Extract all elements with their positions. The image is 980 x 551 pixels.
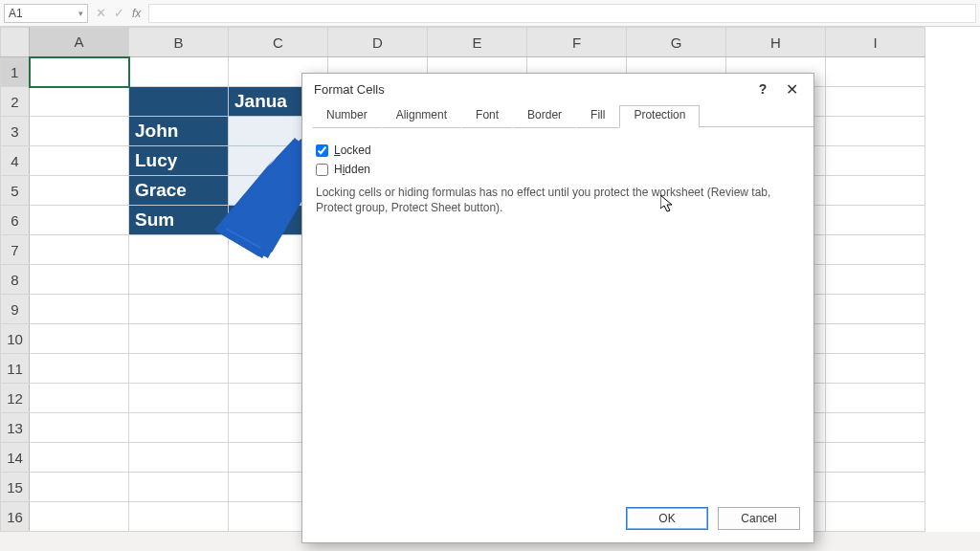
row-header-7[interactable]: 7 <box>1 235 30 265</box>
cell-B4[interactable]: Lucy <box>129 146 229 176</box>
cell-B2[interactable] <box>129 87 229 117</box>
row-header-11[interactable]: 11 <box>1 354 30 384</box>
cell-B12[interactable] <box>129 384 229 413</box>
tab-number[interactable]: Number <box>312 105 382 128</box>
cell-I3[interactable] <box>826 117 925 146</box>
locked-row: Locked <box>316 141 800 160</box>
cell-I6[interactable] <box>826 206 925 235</box>
row-header-3[interactable]: 3 <box>1 117 30 146</box>
cell-B3[interactable]: John <box>129 117 229 146</box>
row-header-10[interactable]: 10 <box>1 324 30 354</box>
locked-checkbox[interactable] <box>316 144 328 157</box>
cell-B7[interactable] <box>129 235 229 265</box>
row-header-16[interactable]: 16 <box>1 502 30 532</box>
col-header-G[interactable]: G <box>627 28 726 57</box>
cell-I10[interactable] <box>826 324 925 354</box>
cell-I1[interactable] <box>826 57 925 87</box>
cell-I7[interactable] <box>826 235 925 265</box>
cell-A3[interactable] <box>30 117 129 146</box>
cell-A1[interactable] <box>30 57 129 87</box>
col-header-I[interactable]: I <box>826 28 925 57</box>
close-button[interactable]: ✕ <box>777 76 806 102</box>
cell-B8[interactable] <box>129 265 229 295</box>
dialog-titlebar[interactable]: Format Cells ? ✕ <box>302 74 813 104</box>
cell-B13[interactable] <box>129 413 229 443</box>
cell-A10[interactable] <box>30 324 129 354</box>
cell-I8[interactable] <box>826 265 925 295</box>
dialog-body: Locked Hidden Locking cells or hiding fo… <box>302 127 813 495</box>
cell-I13[interactable] <box>826 413 925 443</box>
col-header-F[interactable]: F <box>527 28 627 57</box>
cell-A16[interactable] <box>30 502 129 532</box>
row-header-4[interactable]: 4 <box>1 146 30 176</box>
tab-protection[interactable]: Protection <box>619 105 700 128</box>
tab-font[interactable]: Font <box>461 105 513 128</box>
cell-I2[interactable] <box>826 87 925 117</box>
formula-bar[interactable] <box>148 4 976 23</box>
col-header-B[interactable]: B <box>129 28 229 57</box>
hidden-label[interactable]: Hidden <box>334 163 370 176</box>
tab-alignment[interactable]: Alignment <box>382 105 461 128</box>
cell-A6[interactable] <box>30 206 129 235</box>
cell-A8[interactable] <box>30 265 129 295</box>
col-header-A[interactable]: A <box>30 28 129 57</box>
cell-I12[interactable] <box>826 384 925 413</box>
row-header-12[interactable]: 12 <box>1 384 30 413</box>
cell-B10[interactable] <box>129 324 229 354</box>
row-header-6[interactable]: 6 <box>1 206 30 235</box>
ok-button[interactable]: OK <box>626 507 708 530</box>
cell-I9[interactable] <box>826 295 925 324</box>
col-header-E[interactable]: E <box>428 28 527 57</box>
cell-I15[interactable] <box>826 473 925 502</box>
col-header-H[interactable]: H <box>726 28 826 57</box>
select-all-corner[interactable] <box>1 28 30 57</box>
cell-A9[interactable] <box>30 295 129 324</box>
cell-I5[interactable] <box>826 176 925 206</box>
cell-I4[interactable] <box>826 146 925 176</box>
cell-A7[interactable] <box>30 235 129 265</box>
cell-A4[interactable] <box>30 146 129 176</box>
cell-B5[interactable]: Grace <box>129 176 229 206</box>
row-header-8[interactable]: 8 <box>1 265 30 295</box>
tab-filler <box>700 104 813 127</box>
cell-B1[interactable] <box>129 57 229 87</box>
cell-I11[interactable] <box>826 354 925 384</box>
cell-B6[interactable]: Sum <box>129 206 229 235</box>
fx-icon[interactable]: fx <box>132 7 141 20</box>
cell-B14[interactable] <box>129 443 229 473</box>
cell-A15[interactable] <box>30 473 129 502</box>
row-header-2[interactable]: 2 <box>1 87 30 117</box>
cell-B15[interactable] <box>129 473 229 502</box>
cell-B9[interactable] <box>129 295 229 324</box>
row-header-14[interactable]: 14 <box>1 443 30 473</box>
row-header-15[interactable]: 15 <box>1 473 30 502</box>
row-header-13[interactable]: 13 <box>1 413 30 443</box>
cancel-button[interactable]: Cancel <box>718 507 800 530</box>
name-box[interactable]: A1 <box>4 4 88 23</box>
cell-B16[interactable] <box>129 502 229 532</box>
cell-I14[interactable] <box>826 443 925 473</box>
protection-hint: Locking cells or hiding formulas has no … <box>316 185 794 215</box>
col-header-D[interactable]: D <box>328 28 428 57</box>
cell-A12[interactable] <box>30 384 129 413</box>
dialog-title: Format Cells <box>314 82 748 97</box>
tab-fill[interactable]: Fill <box>576 105 619 128</box>
cell-A13[interactable] <box>30 413 129 443</box>
cell-B11[interactable] <box>129 354 229 384</box>
accept-formula-icon: ✓ <box>114 6 124 20</box>
cell-A14[interactable] <box>30 443 129 473</box>
tab-border[interactable]: Border <box>513 105 576 128</box>
cell-I16[interactable] <box>826 502 925 532</box>
locked-label[interactable]: Locked <box>334 143 371 157</box>
hidden-checkbox[interactable] <box>316 164 328 176</box>
help-button[interactable]: ? <box>748 76 777 102</box>
row-header-9[interactable]: 9 <box>1 295 30 324</box>
cell-A5[interactable] <box>30 176 129 206</box>
dialog-tabs: Number Alignment Font Border Fill Protec… <box>302 104 813 127</box>
col-header-C[interactable]: C <box>229 28 328 57</box>
cell-A11[interactable] <box>30 354 129 384</box>
formula-bar-row: A1 ✕ ✓ fx <box>0 0 980 27</box>
row-header-5[interactable]: 5 <box>1 176 30 206</box>
row-header-1[interactable]: 1 <box>1 57 30 87</box>
cell-A2[interactable] <box>30 87 129 117</box>
